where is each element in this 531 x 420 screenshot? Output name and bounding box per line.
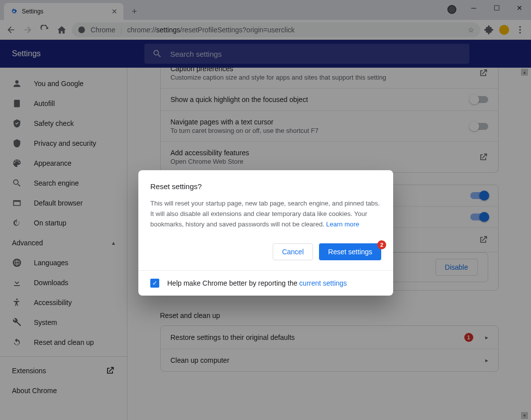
dialog-footer: ✓ Help make Chrome better by reporting t… — [138, 270, 393, 296]
dialog-body-text: This will reset your startup page, new t… — [150, 199, 381, 229]
annotation-badge-2: 2 — [377, 240, 386, 249]
learn-more-link[interactable]: Learn more — [326, 220, 359, 228]
cancel-button[interactable]: Cancel — [273, 243, 314, 260]
reset-settings-dialog: Reset settings? This will reset your sta… — [138, 170, 393, 296]
reset-settings-button[interactable]: Reset settings2 — [319, 243, 381, 260]
report-settings-checkbox[interactable]: ✓ — [150, 279, 159, 288]
dialog-title: Reset settings? — [150, 182, 381, 191]
current-settings-link[interactable]: current settings — [299, 279, 347, 287]
